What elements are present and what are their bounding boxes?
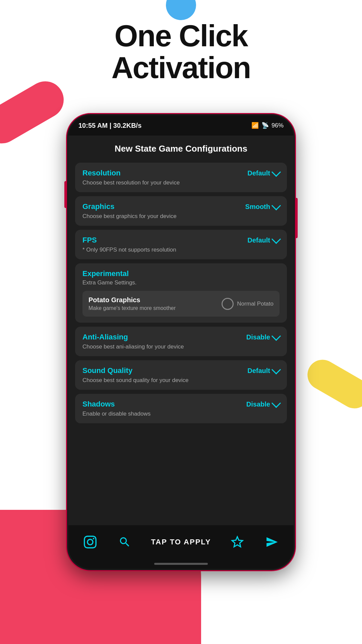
shadows-label: Shadows	[82, 400, 115, 409]
soundquality-value: Default	[247, 367, 270, 375]
resolution-desc: Choose best resolution for your device	[82, 179, 280, 186]
phone-outer: 10:55 AM | 30.2KB/s 📶 📡 96% New State Ga…	[67, 114, 295, 570]
config-card-header-soundquality: Sound Quality Default	[82, 366, 280, 375]
toggle-circle-icon[interactable]	[222, 298, 234, 310]
resolution-value: Default	[247, 169, 270, 177]
instagram-icon[interactable]	[82, 534, 99, 550]
soundquality-label: Sound Quality	[82, 366, 132, 375]
config-list: Resolution Default Choose best resolutio…	[68, 159, 294, 437]
experimental-desc: Extra Game Settings.	[82, 279, 280, 286]
config-card-graphics[interactable]: Graphics Smooth Choose best graphics for…	[75, 196, 287, 226]
status-time: 10:55 AM | 30.2KB/s	[78, 122, 141, 129]
home-indicator	[68, 559, 294, 569]
experimental-section: Experimental Extra Game Settings. Potato…	[75, 263, 287, 323]
bottom-bar: TAP TO APPLY	[68, 525, 294, 559]
config-card-header-resolution: Resolution Default	[82, 169, 280, 177]
soundquality-value-container[interactable]: Default	[247, 367, 280, 375]
potato-title: Potato Graphics	[88, 296, 176, 304]
fps-label: FPS	[82, 236, 97, 245]
spacer	[75, 427, 287, 434]
title-line2: Activation	[0, 52, 362, 84]
bg-blob-blue	[166, 0, 196, 20]
bg-blob-yellow	[302, 354, 362, 414]
graphics-value-container[interactable]: Smooth	[245, 203, 280, 211]
graphics-label: Graphics	[82, 202, 114, 211]
soundquality-chevron-icon	[272, 365, 281, 374]
config-card-fps[interactable]: FPS Default * Only 90FPS not supports re…	[75, 230, 287, 259]
fps-chevron-icon	[272, 234, 281, 244]
home-bar	[154, 563, 208, 565]
search-icon[interactable]	[116, 534, 133, 550]
potato-toggle[interactable]: Normal Potato	[222, 298, 274, 310]
soundquality-desc: Choose best sound quality for your devic…	[82, 377, 280, 384]
antialiasing-label: Anti-Aliasing	[82, 333, 128, 341]
send-icon[interactable]	[263, 534, 280, 550]
potato-desc: Make game's texture more smoother	[88, 305, 176, 311]
antialiasing-value-container[interactable]: Disable	[246, 333, 280, 341]
status-bar: 10:55 AM | 30.2KB/s 📶 📡 96%	[68, 115, 294, 136]
graphics-desc: Choose best graphics for your device	[82, 213, 280, 220]
config-card-shadows[interactable]: Shadows Disable Enable or disable shadow…	[75, 394, 287, 423]
toggle-label: Normal Potato	[237, 301, 274, 307]
bg-blob-red	[0, 74, 70, 150]
fps-value-container[interactable]: Default	[247, 236, 280, 244]
config-card-header-antialiasing: Anti-Aliasing Disable	[82, 333, 280, 341]
title-line1: One Click	[0, 20, 362, 52]
config-card-header-fps: FPS Default	[82, 236, 280, 245]
status-icons: 📶 📡 96%	[251, 122, 284, 129]
title-section: One Click Activation	[0, 20, 362, 84]
potato-card[interactable]: Potato Graphics Make game's texture more…	[82, 291, 280, 317]
phone-inner: 10:55 AM | 30.2KB/s 📶 📡 96% New State Ga…	[68, 115, 294, 569]
graphics-chevron-icon	[272, 201, 281, 210]
fps-value: Default	[247, 236, 270, 244]
phone-wrapper: 10:55 AM | 30.2KB/s 📶 📡 96% New State Ga…	[67, 114, 295, 570]
config-card-soundquality[interactable]: Sound Quality Default Choose best sound …	[75, 360, 287, 390]
antialiasing-desc: Choose best ani-aliasing for your device	[82, 343, 280, 350]
config-card-antialiasing[interactable]: Anti-Aliasing Disable Choose best ani-al…	[75, 327, 287, 356]
signal-icon: 📶	[251, 122, 259, 129]
fps-desc: * Only 90FPS not supports resolution	[82, 247, 280, 253]
battery-text: 96%	[272, 122, 284, 129]
shadows-chevron-icon	[272, 398, 281, 408]
potato-left: Potato Graphics Make game's texture more…	[88, 296, 176, 311]
antialiasing-value: Disable	[246, 333, 270, 341]
graphics-value: Smooth	[245, 203, 270, 211]
wifi-icon: 📡	[261, 122, 269, 129]
tap-to-apply-button[interactable]: TAP TO APPLY	[151, 538, 211, 546]
resolution-value-container[interactable]: Default	[247, 169, 280, 177]
screen-content[interactable]: New State Game Configurations Resolution…	[68, 136, 294, 525]
resolution-label: Resolution	[82, 169, 121, 177]
shadows-value: Disable	[246, 400, 270, 408]
experimental-label: Experimental	[82, 269, 280, 278]
shadows-desc: Enable or disable shadows	[82, 411, 280, 417]
config-card-header-graphics: Graphics Smooth	[82, 202, 280, 211]
config-card-header-shadows: Shadows Disable	[82, 400, 280, 409]
status-notch	[174, 115, 188, 122]
shadows-value-container[interactable]: Disable	[246, 400, 280, 408]
page-title: New State Game Configurations	[68, 136, 294, 159]
resolution-chevron-icon	[272, 167, 281, 177]
config-card-resolution[interactable]: Resolution Default Choose best resolutio…	[75, 163, 287, 192]
antialiasing-chevron-icon	[272, 331, 281, 341]
star-icon[interactable]	[229, 534, 246, 550]
